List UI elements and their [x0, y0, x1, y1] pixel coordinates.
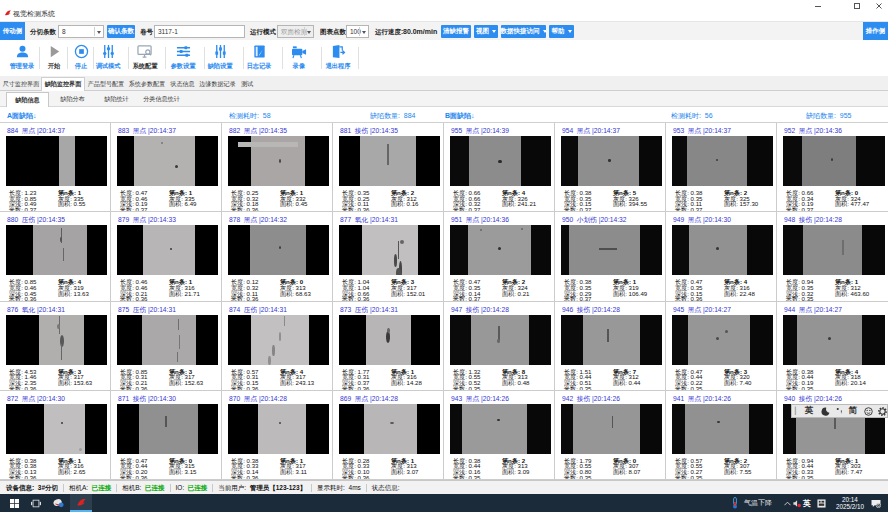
svg-text:6: 6	[877, 503, 880, 508]
